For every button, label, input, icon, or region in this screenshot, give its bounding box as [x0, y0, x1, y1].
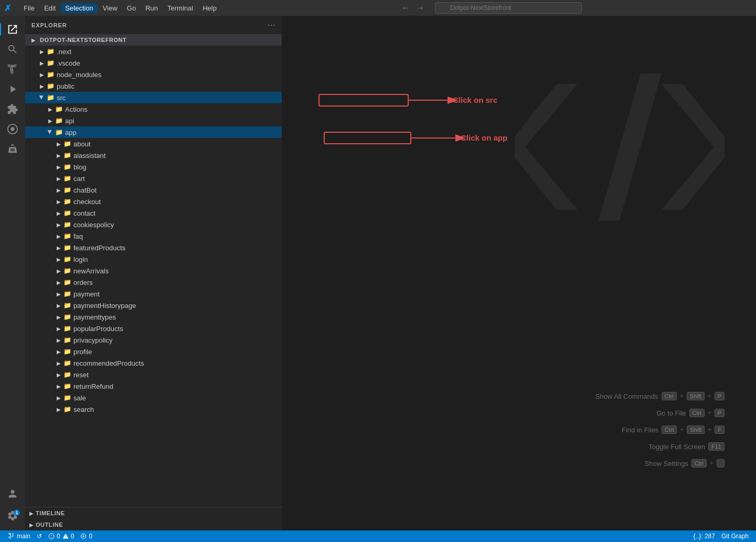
shortcut-show-commands-label: Show All Commands: [595, 392, 658, 400]
timeline-chevron: ▶: [29, 511, 34, 516]
tree-item-reset[interactable]: ▶ 📁 reset: [25, 369, 282, 380]
tree-item-contact[interactable]: ▶ 📁 contact: [25, 207, 282, 219]
status-branch[interactable]: main: [4, 530, 34, 542]
tree-item-checkout[interactable]: ▶ 📁 checkout: [25, 196, 282, 207]
shortcut-ctrl-key-3: Ctrl: [662, 426, 677, 434]
label-payment: payment: [73, 290, 282, 298]
shortcut-p-key: P: [715, 392, 725, 400]
tree-item-popularproducts[interactable]: ▶ 📁 popularProducts: [25, 323, 282, 334]
label-orders: orders: [73, 279, 282, 286]
shortcut-f11-key: F11: [708, 442, 725, 451]
tree-item-profile[interactable]: ▶ 📁 profile: [25, 346, 282, 357]
menu-edit[interactable]: Edit: [40, 3, 60, 13]
back-button[interactable]: ←: [399, 2, 412, 14]
tree-item-blog[interactable]: ▶ 📁 blog: [25, 161, 282, 173]
settings-activity-icon[interactable]: 1: [3, 506, 22, 525]
label-featuredproducts: featuredProducts: [73, 244, 282, 252]
chevron-app: ▶: [46, 128, 55, 136]
menu-help[interactable]: Help: [198, 3, 221, 13]
status-errors[interactable]: 0 0: [45, 530, 77, 542]
label-popularproducts: popularProducts: [73, 325, 282, 333]
forward-button[interactable]: →: [414, 2, 427, 14]
tree-item-returnrefund[interactable]: ▶ 📁 returnRefund: [25, 380, 282, 392]
tree-item-newarrivals[interactable]: ▶ 📁 newArrivals: [25, 265, 282, 277]
tree-item-paymenthistorypage[interactable]: ▶ 📁 paymentHistorypage: [25, 300, 282, 311]
tree-item-recommendedproducts[interactable]: ▶ 📁 recommendedProducts: [25, 357, 282, 369]
folder-icon-featuredproducts: 📁: [63, 243, 71, 252]
accounts-activity-icon[interactable]: [3, 484, 22, 503]
shortcut-show-settings: Show Settings Ctrl + .: [595, 459, 725, 467]
chevron-privacypolicy: ▶: [55, 336, 63, 344]
tree-item-actions[interactable]: ▶ 📁 Actions: [25, 103, 282, 115]
extensions-activity-icon[interactable]: [3, 100, 22, 119]
svg-point-1: [10, 127, 14, 131]
tree-item-public[interactable]: ▶ 📁 public: [25, 80, 282, 92]
menu-selection[interactable]: Selection: [61, 3, 97, 13]
outline-panel-header[interactable]: ▶ OUTLINE: [25, 519, 282, 530]
status-line-col[interactable]: {..}: 287: [690, 530, 718, 542]
tree-item-privacypolicy[interactable]: ▶ 📁 privacypolicy: [25, 334, 282, 346]
tree-item-aiassistant[interactable]: ▶ 📁 aiassistant: [25, 150, 282, 161]
status-remote[interactable]: 0: [77, 530, 95, 542]
svg-text:Click on app: Click on app: [461, 133, 507, 142]
more-options-icon[interactable]: ···: [268, 19, 275, 30]
run-debug-activity-icon[interactable]: [3, 80, 22, 99]
label-faq: faq: [73, 232, 282, 240]
search-input[interactable]: [435, 2, 582, 14]
folder-icon-returnrefund: 📁: [63, 382, 71, 390]
status-bar: main ↺ 0 0 0 {..}: 287 Git Graph: [0, 530, 756, 542]
shortcut-f-key: F: [715, 426, 725, 434]
tree-item-sale[interactable]: ▶ 📁 sale: [25, 392, 282, 403]
remote-explorer-activity-icon[interactable]: [3, 120, 22, 139]
label-about: about: [73, 140, 282, 148]
tree-item-orders[interactable]: ▶ 📁 orders: [25, 277, 282, 288]
label-public: public: [57, 82, 282, 90]
branch-icon: [7, 533, 15, 540]
label-paymenttypes: paymenttypes: [73, 313, 282, 321]
root-folder[interactable]: ▶ DOTPOT-NEXTSTOREFRONT: [25, 34, 282, 46]
tree-item-about[interactable]: ▶ 📁 about: [25, 138, 282, 150]
tree-item-app[interactable]: ▶ 📁 app: [25, 126, 282, 138]
timeline-panel-header[interactable]: ▶ TIMELINE: [25, 507, 282, 519]
tree-item-vscode[interactable]: ▶ 📁 .vscode: [25, 57, 282, 69]
annotation-src: Click on src: [350, 94, 508, 126]
tree-item-src[interactable]: ▶ 📁 src: [25, 92, 282, 103]
menu-run[interactable]: Run: [141, 3, 162, 13]
tree-item-chatbot[interactable]: ▶ 📁 chatBot: [25, 184, 282, 196]
shortcut-go-to-file-label: Go to File: [656, 409, 686, 417]
source-control-activity-icon[interactable]: [3, 60, 22, 79]
tree-item-featuredproducts[interactable]: ▶ 📁 featuredProducts: [25, 242, 282, 253]
menu-file[interactable]: File: [19, 3, 39, 13]
tree-item-cookiespolicy[interactable]: ▶ 📁 cookiespolicy: [25, 219, 282, 230]
folder-icon-about: 📁: [63, 140, 71, 148]
label-paymenthistorypage: paymentHistorypage: [73, 302, 282, 310]
folder-icon-newarrivals: 📁: [63, 267, 71, 275]
folder-icon-next: 📁: [46, 47, 55, 56]
search-activity-icon[interactable]: [3, 40, 22, 59]
explorer-activity-icon[interactable]: [3, 20, 22, 39]
tree-item-search[interactable]: ▶ 📁 search: [25, 403, 282, 415]
testing-activity-icon[interactable]: [3, 140, 22, 158]
label-chatbot: chatBot: [73, 186, 282, 194]
chevron-newarrivals: ▶: [55, 267, 63, 275]
chevron-api: ▶: [46, 116, 55, 125]
tree-item-paymenttypes[interactable]: ▶ 📁 paymenttypes: [25, 311, 282, 323]
menu-view[interactable]: View: [99, 3, 122, 13]
tree-item-payment[interactable]: ▶ 📁 payment: [25, 288, 282, 300]
status-git-graph[interactable]: Git Graph: [718, 530, 752, 542]
chevron-profile: ▶: [55, 347, 63, 356]
menu-terminal[interactable]: Terminal: [163, 3, 197, 13]
label-returnrefund: returnRefund: [73, 382, 282, 390]
shortcut-find-in-files: Find in Files Ctrl + Shift + F: [595, 426, 725, 434]
tree-item-cart[interactable]: ▶ 📁 cart: [25, 173, 282, 184]
shortcut-find-in-files-label: Find in Files: [622, 426, 658, 434]
tree-item-node-modules[interactable]: ▶ 📁 node_modules: [25, 69, 282, 80]
branch-name: main: [17, 533, 30, 540]
tree-item-faq[interactable]: ▶ 📁 faq: [25, 230, 282, 242]
chevron-checkout: ▶: [55, 197, 63, 206]
menu-go[interactable]: Go: [123, 3, 140, 13]
tree-item-api[interactable]: ▶ 📁 api: [25, 115, 282, 126]
status-sync[interactable]: ↺: [34, 530, 45, 542]
tree-item-login[interactable]: ▶ 📁 login: [25, 253, 282, 265]
tree-item-next[interactable]: ▶ 📁 .next: [25, 46, 282, 57]
